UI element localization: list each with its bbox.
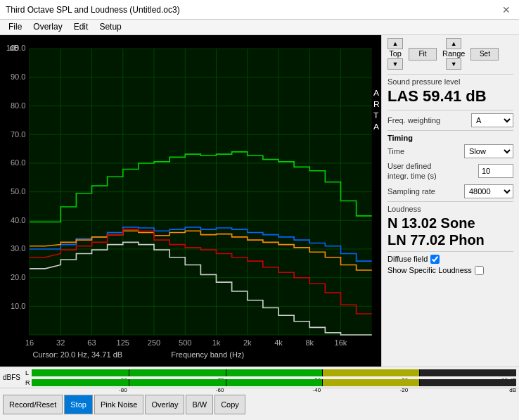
menu-bar: File Overlay Edit Setup [0, 20, 519, 35]
range-down-button[interactable]: ▼ [446, 58, 461, 70]
svg-text:20.0: 20.0 [11, 273, 26, 281]
svg-text:90.0: 90.0 [11, 72, 26, 81]
loudness-label: Loudness [387, 205, 513, 213]
loudness-section: Loudness N 13.02 Sone LN 77.02 Phon [387, 205, 513, 248]
time-label: Time [387, 147, 404, 155]
set-button[interactable]: Set [470, 48, 499, 61]
svg-text:30.0: 30.0 [11, 244, 26, 253]
l-channel-label: L [25, 369, 31, 376]
diffuse-field-checkbox[interactable] [430, 255, 440, 264]
svg-text:10.0: 10.0 [11, 302, 26, 310]
freq-weighting-dropdown[interactable]: A B C Z [471, 113, 513, 127]
top-label: Top [389, 49, 402, 58]
window-title: Third Octave SPL and Loudness (Untitled.… [6, 5, 180, 15]
fit-button[interactable]: Fit [409, 48, 437, 61]
bw-button[interactable]: B/W [186, 395, 213, 414]
menu-setup[interactable]: Setup [94, 21, 127, 33]
freq-weighting-label: Freq. weighting [387, 116, 440, 125]
svg-text:R: R [373, 99, 380, 109]
close-button[interactable]: ✕ [499, 3, 513, 17]
sampling-dropdown[interactable]: 48000 44100 96000 [464, 184, 513, 198]
loudness-ln-value: LN 77.02 Phon [387, 231, 513, 248]
diffuse-field-row: Diffuse field [387, 255, 513, 264]
pink-noise-button[interactable]: Pink Noise [94, 395, 144, 414]
loudness-n-value: N 13.02 Sone [387, 215, 513, 231]
stop-button[interactable]: Stop [64, 395, 93, 414]
svg-text:A: A [373, 122, 379, 132]
diffuse-field-label: Diffuse field [387, 255, 428, 263]
svg-text:dB: dB [9, 44, 19, 53]
menu-edit[interactable]: Edit [68, 21, 94, 33]
l-meter-bar: -90 -70 -50 -30 -10 dB [32, 369, 516, 376]
svg-text:T: T [373, 110, 379, 120]
integr-input[interactable] [478, 164, 513, 178]
top-down-button[interactable]: ▼ [387, 58, 403, 70]
time-dropdown[interactable]: Slow Fast Impulse [464, 144, 513, 158]
window-titlebar: Third Octave SPL and Loudness (Untitled.… [0, 0, 519, 20]
level-meters: dBFS L -90 -70 -50 -30 -10 dB R [0, 367, 519, 388]
svg-text:500: 500 [179, 338, 191, 347]
timing-section: Timing Time Slow Fast Impulse User defin… [387, 134, 513, 198]
overlay-button[interactable]: Overlay [145, 395, 184, 414]
timing-title: Timing [387, 134, 513, 142]
svg-text:16: 16 [25, 338, 34, 347]
copy-button[interactable]: Copy [214, 395, 245, 414]
show-specific-checkbox[interactable] [475, 266, 484, 275]
r-channel-label: R [25, 379, 31, 386]
show-specific-label: Show Specific Loudness [387, 266, 472, 274]
menu-file[interactable]: File [3, 21, 27, 33]
menu-overlay[interactable]: Overlay [27, 21, 68, 33]
svg-text:2k: 2k [243, 338, 252, 347]
chart-canvas: 100.0 90.0 80.0 70.0 60.0 50.0 40.0 30.0… [0, 35, 381, 367]
bottom-toolbar: Record/Reset Stop Pink Noise Overlay B/W… [0, 388, 519, 420]
svg-text:16k: 16k [335, 338, 347, 347]
svg-text:8k: 8k [305, 338, 314, 347]
freq-weighting-row: Freq. weighting A B C Z [387, 113, 513, 127]
svg-text:40.0: 40.0 [11, 216, 26, 224]
top-up-button[interactable]: ▲ [387, 38, 403, 49]
svg-text:A: A [373, 88, 379, 98]
record-reset-button[interactable]: Record/Reset [3, 395, 63, 414]
r-meter-bar: -80 -60 -40 -20 dB [32, 379, 516, 386]
svg-text:4k: 4k [274, 338, 283, 347]
range-up-button[interactable]: ▲ [446, 38, 461, 49]
chart-area: Third octave SPL [0, 35, 381, 367]
sampling-label: Sampling rate [387, 187, 435, 196]
spl-section: Sound pressure level LAS 59.41 dB [387, 77, 513, 106]
spl-label: Sound pressure level [387, 77, 513, 86]
svg-text:125: 125 [117, 338, 129, 347]
integr-label: User definedintegr. time (s) [387, 161, 451, 182]
svg-text:63: 63 [87, 338, 96, 347]
svg-text:50.0: 50.0 [11, 187, 26, 196]
range-label: Range [442, 49, 465, 58]
spl-value: LAS 59.41 dB [387, 87, 513, 106]
dbfs-label: dBFS [3, 374, 23, 381]
svg-text:70.0: 70.0 [11, 130, 26, 139]
right-panel: ▲ Top ▼ Fit ▲ Range ▼ Set Sound pressure… [381, 35, 519, 367]
show-specific-row: Show Specific Loudness [387, 266, 513, 275]
svg-text:32: 32 [56, 338, 65, 347]
svg-text:1k: 1k [212, 338, 221, 347]
svg-text:60.0: 60.0 [11, 158, 26, 167]
svg-text:80.0: 80.0 [11, 101, 26, 110]
svg-text:Frequency band (Hz): Frequency band (Hz) [171, 350, 244, 359]
svg-text:250: 250 [148, 338, 160, 347]
svg-text:Cursor:  20.0 Hz, 34.71 dB: Cursor: 20.0 Hz, 34.71 dB [32, 350, 122, 359]
